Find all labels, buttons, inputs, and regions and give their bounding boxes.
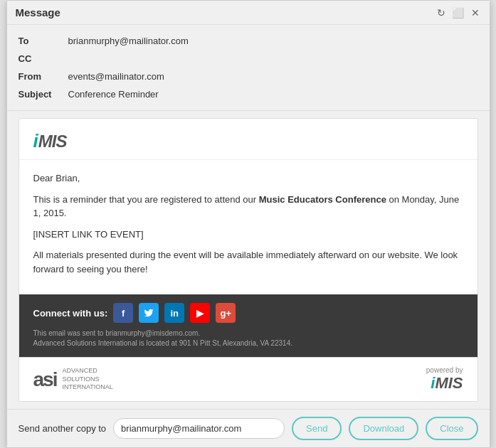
message-dialog: Message ↻ ⬜ ✕ To brianmurphy@mailinator.… xyxy=(6,0,490,448)
email-footer-light: asi ADVANCED SOLUTIONS INTERNATIONAL pow… xyxy=(19,357,477,401)
powered-mis: MIS xyxy=(435,374,463,393)
asi-letters: asi xyxy=(33,368,57,391)
close-icon[interactable]: ✕ xyxy=(470,7,481,18)
send-copy-email-input[interactable] xyxy=(113,418,285,439)
body-paragraph-3: All materials presented during the event… xyxy=(33,248,463,276)
greeting: Dear Brian, xyxy=(33,171,463,186)
footer-legal: This email was sent to brianmurphy@imisd… xyxy=(33,329,463,348)
linkedin-icon[interactable]: in xyxy=(164,303,184,323)
fields-section: To brianmurphy@mailinator.com CC From ev… xyxy=(7,25,490,111)
titlebar: Message ↻ ⬜ ✕ xyxy=(7,1,490,25)
legal-line-2: Advanced Solutions International is loca… xyxy=(33,338,463,348)
to-value: brianmurphy@mailinator.com xyxy=(68,36,189,46)
from-value: events@mailinator.com xyxy=(68,71,164,82)
powered-by-imis: powered by i MIS xyxy=(426,366,463,393)
legal-line-1: This email was sent to brianmurphy@imisd… xyxy=(33,329,463,338)
to-row: To brianmurphy@mailinator.com xyxy=(19,32,478,50)
subject-label: Subject xyxy=(19,89,68,100)
asi-line3: INTERNATIONAL xyxy=(62,383,112,392)
asi-line2: SOLUTIONS xyxy=(62,375,112,384)
email-body-container: i MIS Dear Brian, This is a reminder tha… xyxy=(7,111,490,409)
email-footer-dark: Connect with us: f in ▶ g+ This email wa… xyxy=(19,294,477,357)
body-paragraph-1: This is a reminder that you are register… xyxy=(33,193,463,220)
subject-row: Subject Conference Reminder xyxy=(19,85,478,103)
email-content: Dear Brian, This is a reminder that you … xyxy=(19,160,477,294)
email-logo-area: i MIS xyxy=(19,119,477,160)
connect-label: Connect with us: xyxy=(33,308,108,319)
youtube-icon[interactable]: ▶ xyxy=(190,303,210,323)
titlebar-icons: ↻ ⬜ ✕ xyxy=(436,7,481,18)
imis-logo: i MIS xyxy=(33,130,463,152)
from-row: From events@mailinator.com xyxy=(19,68,478,85)
imis-text: MIS xyxy=(38,132,67,151)
subject-value: Conference Reminder xyxy=(68,89,159,100)
twitter-icon[interactable] xyxy=(139,303,159,323)
facebook-icon[interactable]: f xyxy=(113,303,133,323)
cc-label: CC xyxy=(19,53,68,64)
body-paragraph-2: [INSERT LINK TO EVENT] xyxy=(33,228,463,242)
body1-bold: Music Educators Conference xyxy=(259,194,386,205)
from-label: From xyxy=(19,71,68,82)
dialog-footer: Send another copy to Send Download Close xyxy=(7,409,490,447)
asi-logo: asi ADVANCED SOLUTIONS INTERNATIONAL xyxy=(33,367,113,392)
powered-label: powered by xyxy=(426,366,463,374)
to-label: To xyxy=(19,36,68,46)
download-button[interactable]: Download xyxy=(349,417,418,440)
close-button[interactable]: Close xyxy=(426,417,477,440)
send-button[interactable]: Send xyxy=(292,417,342,440)
restore-icon[interactable]: ⬜ xyxy=(453,7,464,18)
dialog-title: Message xyxy=(16,6,60,18)
send-copy-label: Send another copy to xyxy=(19,423,107,434)
imis-i: i xyxy=(33,130,38,152)
refresh-icon[interactable]: ↻ xyxy=(436,7,447,18)
powered-imis-logo: i MIS xyxy=(426,374,463,393)
asi-text: ADVANCED SOLUTIONS INTERNATIONAL xyxy=(62,367,112,392)
asi-line1: ADVANCED xyxy=(62,367,112,375)
googleplus-icon[interactable]: g+ xyxy=(216,303,236,323)
email-card: i MIS Dear Brian, This is a reminder tha… xyxy=(19,118,478,402)
connect-row: Connect with us: f in ▶ g+ xyxy=(33,303,463,323)
body1-prefix: This is a reminder that you are register… xyxy=(33,194,259,205)
cc-row: CC xyxy=(19,50,478,68)
